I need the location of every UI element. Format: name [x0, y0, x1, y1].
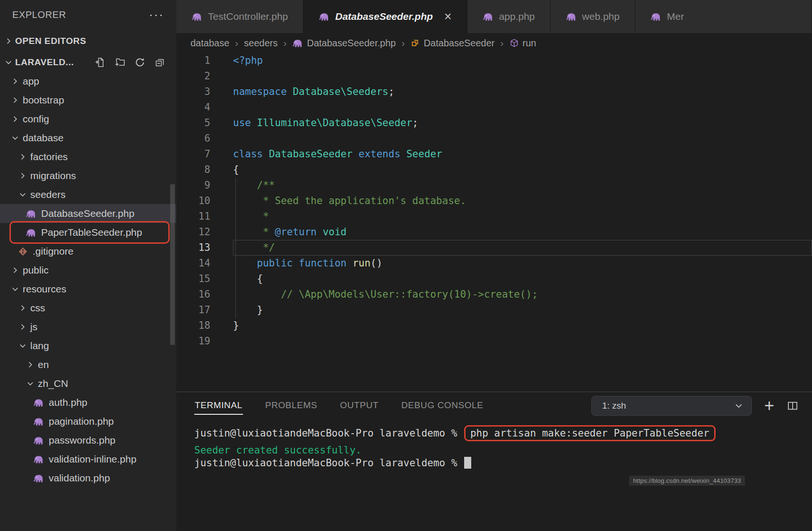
tree-item-label: factories: [30, 151, 68, 163]
line-number: 8: [176, 162, 210, 178]
tab-label: TestController.php: [208, 11, 288, 22]
code-line-19[interactable]: 19: [176, 334, 812, 349]
chevron-down-icon: [18, 341, 27, 351]
tree-folder-database[interactable]: database: [0, 128, 176, 147]
git-file-icon: [18, 247, 28, 257]
breadcrumb-item-DatabaseSeeder.php[interactable]: DatabaseSeeder.php: [292, 38, 396, 49]
code-line-3[interactable]: 3namespace Database\Seeders;: [176, 84, 812, 100]
code-line-1[interactable]: 1<?php: [176, 53, 812, 69]
terminal-line-3: justin@luxiaotiandeMacBook-Pro laravelde…: [194, 456, 812, 469]
code-line-7[interactable]: 7class DatabaseSeeder extends Seeder: [176, 146, 812, 162]
tree-folder-factories[interactable]: factories: [0, 147, 176, 166]
tree-folder-en[interactable]: en: [0, 355, 176, 374]
tab-app.php[interactable]: app.php: [467, 0, 551, 33]
tree-item-label: .gitignore: [33, 246, 73, 257]
open-editors-label: OPEN EDITORS: [15, 36, 86, 46]
chevron-down-icon: [18, 190, 27, 199]
code-line-13[interactable]: 13 */: [176, 240, 812, 256]
breadcrumb-item-seeders[interactable]: seeders: [244, 38, 277, 49]
refresh-icon[interactable]: [135, 57, 145, 68]
php-file-icon: [33, 473, 44, 484]
tree-file-pagination.php[interactable]: pagination.php: [0, 412, 176, 431]
tree-folder-migrations[interactable]: migrations: [0, 166, 176, 185]
code-line-8[interactable]: 8{: [176, 162, 812, 178]
panel-tab-output[interactable]: OUTPUT: [339, 397, 379, 415]
editor-area: TestController.phpDatabaseSeeder.php×app…: [176, 0, 812, 531]
close-icon[interactable]: ×: [444, 10, 452, 23]
new-terminal-icon[interactable]: +: [764, 399, 774, 413]
breadcrumb-item-DatabaseSeeder[interactable]: DatabaseSeeder: [410, 38, 494, 49]
tree-folder-config[interactable]: config: [0, 110, 176, 128]
tree-folder-app[interactable]: app: [0, 72, 176, 91]
panel-tab-terminal[interactable]: TERMINAL: [194, 397, 243, 415]
code-line-6[interactable]: 6: [176, 131, 812, 146]
method-icon: [510, 38, 519, 48]
tab-label: app.php: [499, 11, 535, 22]
code-line-17[interactable]: 17 }: [176, 302, 812, 318]
tree-folder-resources[interactable]: resources: [0, 280, 176, 299]
tab-label: Mer: [667, 11, 684, 22]
tree-folder-seeders[interactable]: seeders: [0, 185, 176, 204]
code-line-15[interactable]: 15 {: [176, 271, 812, 287]
tree-file-DatabaseSeeder.php[interactable]: DatabaseSeeder.php: [0, 204, 176, 223]
code-line-5[interactable]: 5use Illuminate\Database\Seeder;: [176, 115, 812, 131]
tree-file-passwords.php[interactable]: passwords.php: [0, 431, 176, 450]
code-line-2[interactable]: 2: [176, 69, 812, 84]
tree-item-label: auth.php: [49, 397, 87, 408]
tree-item-label: js: [30, 321, 37, 333]
tree-file-.gitignore[interactable]: .gitignore: [0, 242, 176, 261]
sidebar-scrollbar[interactable]: [170, 184, 175, 345]
tree-folder-css[interactable]: css: [0, 299, 176, 317]
tab-DatabaseSeeder.php[interactable]: DatabaseSeeder.php×: [303, 0, 467, 33]
tree-file-auth.php[interactable]: auth.php: [0, 393, 176, 412]
tab-web.php[interactable]: web.php: [551, 0, 635, 33]
code-line-14[interactable]: 14 public function run(): [176, 256, 812, 271]
tab-TestController.php[interactable]: TestController.php: [176, 0, 303, 33]
terminal-content[interactable]: justin@luxiaotiandeMacBook-Pro laravelde…: [176, 420, 812, 531]
code-line-9[interactable]: 9 /**: [176, 178, 812, 193]
line-number: 6: [176, 131, 210, 146]
panel-tab-problems[interactable]: PROBLEMS: [265, 397, 318, 415]
code-line-16[interactable]: 16 // \App\Models\User::factory(10)->cre…: [176, 287, 812, 302]
breadcrumb: database›seeders›DatabaseSeeder.php›Data…: [176, 33, 812, 53]
workspace-section[interactable]: LARAVELD...: [0, 53, 176, 72]
open-editors-section[interactable]: OPEN EDITORS: [0, 29, 176, 53]
tree-file-validation-inline.php[interactable]: validation-inline.php: [0, 450, 176, 469]
code-line-18[interactable]: 18}: [176, 318, 812, 334]
breadcrumb-item-run[interactable]: run: [510, 38, 536, 49]
tree-folder-public[interactable]: public: [0, 261, 176, 280]
code-line-11[interactable]: 11 *: [176, 209, 812, 224]
tree-folder-lang[interactable]: lang: [0, 336, 176, 355]
panel-tab-debug-console[interactable]: DEBUG CONSOLE: [401, 397, 484, 415]
code-editor[interactable]: 1<?php23namespace Database\Seeders;45use…: [176, 53, 812, 392]
code-line-12[interactable]: 12 * @return void: [176, 224, 812, 240]
tree-folder-js[interactable]: js: [0, 317, 176, 336]
breadcrumb-item-database[interactable]: database: [190, 38, 229, 49]
breadcrumb-label: database: [190, 38, 229, 49]
breadcrumb-label: DatabaseSeeder.php: [307, 38, 396, 49]
code-line-10[interactable]: 10 * Seed the application's database.: [176, 193, 812, 209]
tab-Mer[interactable]: Mer: [635, 0, 812, 33]
terminal-line-1: justin@luxiaotiandeMacBook-Pro laravelde…: [194, 425, 812, 441]
more-actions-icon[interactable]: ···: [149, 12, 164, 17]
php-file-icon: [33, 454, 44, 465]
collapse-all-icon[interactable]: [155, 57, 165, 68]
new-file-icon[interactable]: [95, 57, 105, 68]
line-number: 19: [176, 334, 210, 349]
code-line-4[interactable]: 4: [176, 100, 812, 115]
split-terminal-icon[interactable]: [786, 400, 799, 412]
tree-file-validation.php[interactable]: validation.php: [0, 469, 176, 488]
tree-folder-zh_CN[interactable]: zh_CN: [0, 374, 176, 393]
workspace-label: LARAVELD...: [15, 57, 74, 68]
terminal-shell-select[interactable]: 1: zsh: [591, 396, 752, 416]
panel-header: TERMINALPROBLEMSOUTPUTDEBUG CONSOLE 1: z…: [176, 392, 812, 420]
new-folder-icon[interactable]: [115, 57, 125, 68]
tree-folder-bootstrap[interactable]: bootstrap: [0, 91, 176, 110]
line-number: 10: [176, 193, 210, 209]
chevron-right-icon: [10, 266, 20, 275]
tree-file-PaperTableSeeder.php[interactable]: PaperTableSeeder.php: [0, 223, 176, 242]
code-text: <?php: [233, 53, 812, 69]
tab-label: DatabaseSeeder.php: [335, 11, 433, 22]
workspace-actions: [95, 57, 173, 68]
tree-item-label: database: [23, 132, 63, 144]
